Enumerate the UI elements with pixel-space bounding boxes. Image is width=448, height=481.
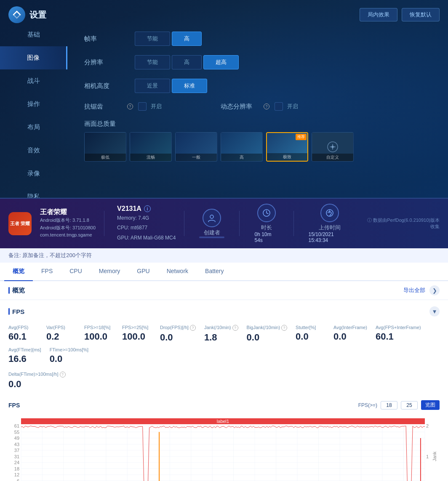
stat-avg-ftime: Avg(FTime)[ms] 16.6 [8, 345, 50, 367]
app-package: com.tencent.tmgp.sgame [40, 231, 96, 239]
stat-avg-fps-value: 60.1 [8, 331, 38, 342]
perfdog-note-text: 数据由PerfDog(6.0.210910)版本收集 [373, 218, 440, 229]
quality-label-4: 高 [221, 154, 262, 161]
quality-thumb-1[interactable]: 极低 [84, 132, 126, 162]
quality-label: 画面总质量 [84, 120, 122, 128]
tab-gpu[interactable]: GPU [128, 263, 158, 281]
stat-fps-18-label: FPS>=18[%] [84, 325, 114, 330]
dynamic-resolution-checkbox[interactable] [275, 102, 283, 111]
stat-drop-fps-label: Drop(FPS)[/h] ? [160, 325, 196, 331]
tab-overview[interactable]: 概览 [4, 263, 33, 281]
anti-alias-checkbox[interactable] [138, 102, 147, 111]
svg-point-1 [331, 146, 334, 148]
camera-standard-btn[interactable]: 标准 [172, 79, 207, 93]
stat-bigjank: BigJank(/10min) ? 0.0 [247, 323, 296, 345]
perfdog-panel: 王者 荣耀 王者荣耀 Android版本号: 3.71.1.8 Android版… [0, 198, 448, 481]
device-cpu: CPU: mt6877 [117, 224, 176, 232]
bigjank-help-icon[interactable]: ? [281, 325, 287, 331]
tab-memory[interactable]: Memory [91, 263, 129, 281]
quality-row: 画面总质量 极低 流畅 一般 高 [84, 120, 431, 162]
anti-alias-help-icon[interactable]: ? [127, 104, 133, 109]
fps-low-threshold-input[interactable] [381, 401, 397, 409]
dynamic-resolution-help-icon[interactable]: ? [264, 104, 269, 109]
chart-toolbar: FPS FPS(>=) 览图 [8, 400, 440, 410]
overview-title: 概览 [8, 287, 25, 295]
tab-battery[interactable]: Battery [197, 263, 232, 281]
resolution-options: 节能 高 超高 [135, 55, 239, 69]
in-game-effects-button[interactable]: 局内效果 [360, 8, 397, 21]
game-settings-panel: 设置 局内效果 恢复默认 基础 图像 战斗 操作 布局 音效 录像 隐私 帧率 … [0, 0, 448, 198]
app-android-build: Android版本号: 371010800 [40, 224, 96, 232]
resolution-energy-btn[interactable]: 节能 [135, 55, 170, 69]
stat-ftime-100ms: FTime>=100ms[%] 0.0 [50, 345, 97, 367]
settings-logo [8, 6, 25, 23]
resolution-high-btn[interactable]: 高 [172, 55, 202, 69]
stat-bigjank-value: 0.0 [247, 332, 288, 343]
app-icon-text: 王者 荣耀 [10, 221, 30, 226]
frame-rate-label: 帧率 [84, 35, 122, 43]
overview-collapse-button[interactable]: ❯ [429, 285, 440, 295]
frame-rate-energy-btn[interactable]: 节能 [135, 32, 170, 46]
stat-fps-25: FPS>=25[%] 100.0 [122, 323, 160, 345]
quality-thumb-3[interactable]: 一般 [175, 132, 217, 162]
duration-label: 时长 [261, 224, 272, 231]
info-divider-2 [184, 211, 184, 236]
fps-section-title: FPS [8, 308, 24, 315]
app-info-bar: 王者 荣耀 王者荣耀 Android版本号: 3.71.1.8 Android版… [0, 199, 448, 248]
delta-value: 0.0 [8, 379, 440, 390]
device-info: V2131A i Memory: 7.4G CPU: mt6877 GPU: A… [113, 205, 176, 242]
sidebar-item-privacy[interactable]: 隐私 [0, 185, 67, 198]
fps-threshold-controls: FPS(>=) 览图 [358, 400, 440, 410]
creator-stat: 创建者 [193, 209, 231, 238]
stat-ftime-100ms-value: 0.0 [50, 353, 89, 364]
header-buttons: 局内效果 恢复默认 [360, 8, 440, 21]
tab-cpu[interactable]: CPU [61, 263, 91, 281]
quality-label-6: 自定义 [312, 154, 353, 161]
fps-set-button[interactable]: 览图 [421, 400, 440, 410]
quality-thumb-4[interactable]: 高 [221, 132, 263, 162]
fps-chart-canvas[interactable] [8, 413, 440, 481]
sidebar-item-operation[interactable]: 操作 [0, 93, 67, 116]
sidebar-item-audio[interactable]: 音效 [0, 139, 67, 162]
frame-rate-high-btn[interactable]: 高 [172, 32, 202, 46]
chart-fps-label: FPS [8, 402, 20, 409]
fps-high-threshold-input[interactable] [401, 401, 418, 409]
sidebar-item-recording[interactable]: 录像 [0, 162, 67, 185]
tab-fps[interactable]: FPS [33, 263, 61, 281]
quality-label-2: 流畅 [130, 154, 171, 161]
stat-avg-fps-interframe-value: 60.1 [376, 331, 421, 342]
fps-collapse-button[interactable]: ▼ [429, 306, 440, 316]
stat-bigjank-label: BigJank(/10min) ? [247, 325, 288, 331]
overview-section-header: 概览 导出全部 ❯ [0, 281, 448, 300]
sidebar-item-basic[interactable]: 基础 [0, 23, 67, 46]
chart-wrapper [8, 413, 440, 481]
tabs-bar: 概览 FPS CPU Memory GPU Network Battery [0, 263, 448, 281]
jank-help-icon[interactable]: ? [232, 325, 238, 331]
quality-label-5: 极致 [267, 153, 307, 161]
quality-label-3: 一般 [176, 154, 217, 161]
anti-alias-toggle-label: 开启 [151, 103, 162, 110]
dynamic-resolution-toggle: 开启 [275, 102, 298, 111]
frame-rate-row: 帧率 节能 高 [84, 32, 431, 46]
delta-row: Delta(FTime)>100ms[/h] ? 0.0 [8, 372, 440, 390]
settings-content: 帧率 节能 高 分辨率 节能 高 超高 相机高度 近景 标准 [67, 23, 448, 198]
stat-avg-ftime-label: Avg(FTime)[ms] [8, 347, 41, 352]
restore-default-button[interactable]: 恢复默认 [402, 8, 440, 21]
device-info-icon[interactable]: i [144, 205, 151, 212]
quality-thumb-2[interactable]: 流畅 [130, 132, 172, 162]
camera-close-btn[interactable]: 近景 [135, 79, 170, 93]
app-icon: 王者 荣耀 [8, 212, 32, 235]
stat-stutter-value: 0.0 [296, 331, 325, 342]
quality-thumb-6[interactable]: 自定义 [312, 132, 354, 162]
stat-avg-fps-interframe-label: Avg(FPS+InterFrame) [376, 325, 421, 330]
drop-fps-help-icon[interactable]: ? [190, 325, 196, 331]
sidebar-item-image[interactable]: 图像 [0, 46, 67, 69]
duration-icon [257, 204, 276, 222]
tab-network[interactable]: Network [158, 263, 197, 281]
export-all-button[interactable]: 导出全部 [403, 287, 425, 294]
delta-help-icon[interactable]: ? [60, 372, 66, 377]
resolution-ultra-btn[interactable]: 超高 [203, 55, 239, 69]
quality-thumb-5[interactable]: 推荐 极致 [266, 132, 308, 162]
sidebar-item-layout[interactable]: 布局 [0, 116, 67, 139]
sidebar-item-combat[interactable]: 战斗 [0, 69, 67, 93]
